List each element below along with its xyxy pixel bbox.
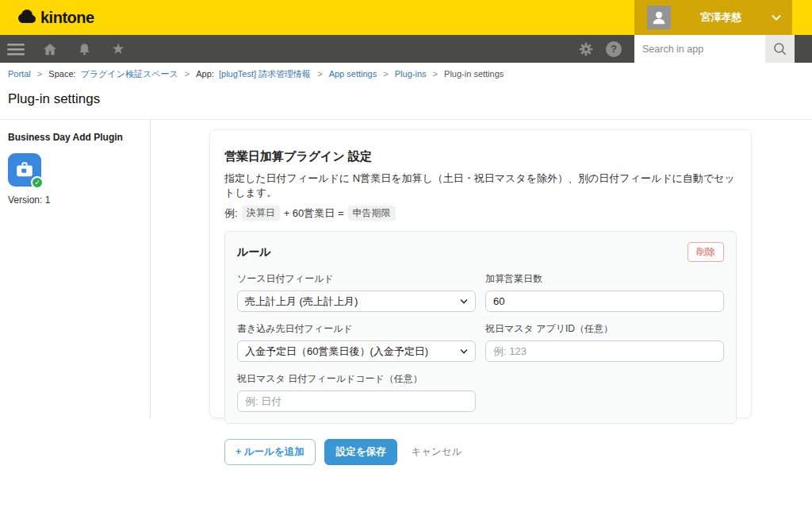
save-settings-button[interactable]: 設定を保存 <box>324 439 398 465</box>
plugin-settings-card: 営業日加算プラグイン 設定 指定した日付フィールドに N営業日を加算し（土日・祝… <box>209 129 752 418</box>
rule-fields: ソース日付フィールド 売上計上月 (売上計上月) 加算営業日数 書き込み先日付フ… <box>237 262 724 412</box>
briefcase-icon <box>14 160 35 180</box>
target-field-select[interactable]: 入金予定日（60営業日後）(入金予定日) <box>237 341 476 362</box>
source-field-group: ソース日付フィールド 売上計上月 (売上計上月) <box>237 262 476 312</box>
search-button[interactable] <box>765 35 795 63</box>
app-search <box>634 35 795 63</box>
target-field-group: 書き込み先日付フィールド 入金予定日（60営業日後）(入金予定日) <box>237 312 476 362</box>
user-menu[interactable]: 宮澤孝慈 <box>634 0 792 35</box>
favorites-star-icon[interactable]: ★ <box>109 40 127 58</box>
settings-title: 営業日加算プラグイン 設定 <box>224 149 737 164</box>
settings-gear-icon[interactable] <box>577 40 595 58</box>
cancel-link[interactable]: キャンセル <box>411 445 462 459</box>
holiday-app-input[interactable] <box>485 341 724 362</box>
holiday-app-label: 祝日マスタ アプリID（任意） <box>485 322 724 336</box>
kintone-logo-icon <box>16 8 36 27</box>
days-field-label: 加算営業日数 <box>485 272 724 286</box>
example-middle: + 60営業日 = <box>284 206 344 221</box>
breadcrumb-plugins[interactable]: Plug-ins <box>395 69 427 79</box>
days-field-group: 加算営業日数 <box>485 262 724 312</box>
example-chip-target: 申告期限 <box>348 206 396 221</box>
content-area: Business Day Add Plugin ✓ Version: 1 営業日… <box>0 120 812 418</box>
enabled-check-badge: ✓ <box>31 176 44 189</box>
search-icon <box>772 41 788 57</box>
page-title: Plug-in settings <box>8 91 804 107</box>
plugin-version: Version: 1 <box>8 194 142 206</box>
breadcrumb-separator: > <box>433 69 438 79</box>
settings-description: 指定した日付フィールドに N営業日を加算し（土日・祝日マスタを除外）、別の日付フ… <box>224 171 737 200</box>
select-caret-icon <box>460 348 468 354</box>
source-field-select[interactable]: 売上計上月 (売上計上月) <box>237 291 476 312</box>
plugin-icon: ✓ <box>8 153 41 187</box>
page-head: Portal > Space: プラグイン検証スペース > App: [plug… <box>0 63 812 120</box>
breadcrumb-app-settings[interactable]: App settings <box>329 69 377 79</box>
hamburger-menu-icon[interactable] <box>7 40 25 58</box>
days-input[interactable] <box>485 291 724 312</box>
breadcrumb: Portal > Space: プラグイン検証スペース > App: [plug… <box>8 68 804 80</box>
empty-cell <box>485 362 724 412</box>
source-field-value: 売上計上月 (売上計上月) <box>245 294 358 309</box>
user-avatar <box>647 6 671 29</box>
breadcrumb-current: Plug-in settings <box>444 69 504 79</box>
delete-rule-button[interactable]: 削除 <box>688 242 724 262</box>
plugin-name: Business Day Add Plugin <box>8 132 142 143</box>
rule-card: ルール 削除 ソース日付フィールド 売上計上月 (売上計上月) 加算営業日数 <box>224 231 737 424</box>
home-icon[interactable] <box>41 40 59 58</box>
global-navbar: ★ ? <box>0 35 812 63</box>
breadcrumb-space[interactable]: プラグイン検証スペース <box>81 69 178 79</box>
breadcrumb-separator: > <box>317 69 322 79</box>
holiday-field-code-input[interactable] <box>237 391 476 412</box>
actions-row: + ルールを追加 設定を保存 キャンセル <box>224 439 737 465</box>
person-icon <box>650 9 668 26</box>
settings-example: 例: 決算日 + 60営業日 = 申告期限 <box>224 206 737 221</box>
brand-text: kintone <box>40 9 94 27</box>
add-rule-button[interactable]: + ルールを追加 <box>224 439 316 465</box>
kintone-logo[interactable]: kintone <box>16 8 94 27</box>
notifications-bell-icon[interactable] <box>75 40 93 58</box>
example-prefix: 例: <box>224 206 238 221</box>
target-field-label: 書き込み先日付フィールド <box>237 322 476 336</box>
breadcrumb-separator: > <box>37 69 42 79</box>
rule-header: ルール 削除 <box>237 242 724 262</box>
check-icon: ✓ <box>34 179 40 187</box>
breadcrumb-space-prefix: Space: <box>48 69 75 79</box>
holiday-field-code-label: 祝日マスタ 日付フィールドコード（任意） <box>237 372 476 386</box>
select-caret-icon <box>460 298 468 304</box>
breadcrumb-app[interactable]: [plugTest] 請求管理情報 <box>219 69 311 79</box>
holiday-field-code-group: 祝日マスタ 日付フィールドコード（任意） <box>237 362 476 412</box>
help-icon[interactable]: ? <box>606 41 622 57</box>
breadcrumb-app-prefix: App: <box>196 69 214 79</box>
chevron-down-icon <box>772 14 781 21</box>
source-field-label: ソース日付フィールド <box>237 272 476 286</box>
breadcrumb-separator: > <box>185 69 190 79</box>
breadcrumb-portal[interactable]: Portal <box>8 69 31 79</box>
example-chip-source: 決算日 <box>242 206 280 221</box>
search-input[interactable] <box>634 35 765 63</box>
breadcrumb-separator: > <box>383 69 388 79</box>
holiday-app-field-group: 祝日マスタ アプリID（任意） <box>485 312 724 362</box>
nav-left-icons: ★ <box>7 40 127 58</box>
nav-right-icons: ? <box>577 35 622 63</box>
app-header: kintone 宮澤孝慈 <box>0 0 812 35</box>
target-field-value: 入金予定日（60営業日後）(入金予定日) <box>245 344 428 359</box>
rule-title: ルール <box>237 245 271 260</box>
plugin-sidebar: Business Day Add Plugin ✓ Version: 1 <box>0 120 151 418</box>
user-name: 宮澤孝慈 <box>671 10 772 25</box>
